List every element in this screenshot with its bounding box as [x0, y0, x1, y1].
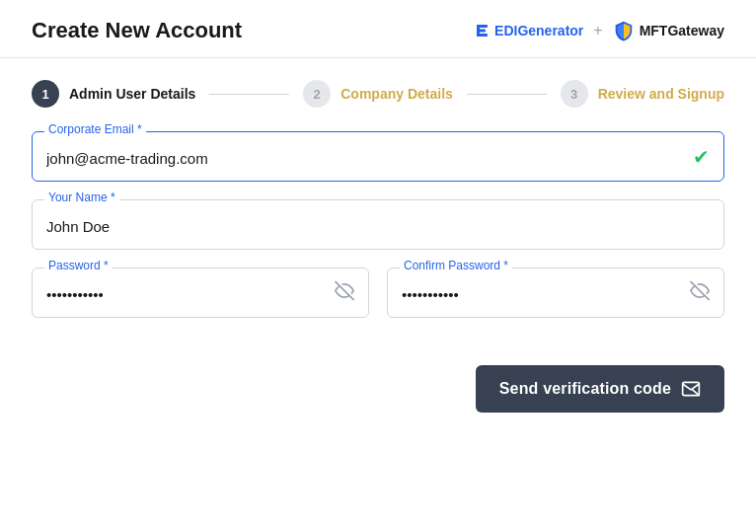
- step-2-circle: 2: [303, 80, 331, 108]
- step-divider-1: [209, 94, 289, 95]
- step-1: 1 Admin User Details: [32, 80, 195, 108]
- password-field-group: Password *: [32, 267, 369, 318]
- confirm-password-label: Confirm Password *: [400, 259, 512, 272]
- confirm-password-input[interactable]: [388, 268, 723, 317]
- password-row: Password * Confirm Password *: [32, 267, 724, 336]
- stepper: 1 Admin User Details 2 Company Details 3…: [0, 58, 756, 125]
- edi-logo-icon: [476, 23, 491, 38]
- brand-area: EDIGenerator + MFTGateway: [476, 20, 724, 41]
- step-1-label: Admin User Details: [69, 86, 195, 102]
- password-input[interactable]: [33, 268, 368, 317]
- mft-shield-icon: [613, 20, 635, 41]
- send-btn-label: Send verification code: [499, 380, 671, 398]
- step-2-label: Company Details: [340, 86, 453, 102]
- brand-separator: +: [593, 22, 602, 39]
- confirm-password-eye-icon[interactable]: [690, 280, 710, 305]
- mft-brand: MFTGateway: [613, 20, 724, 41]
- email-input[interactable]: [33, 132, 723, 181]
- page-header: Create New Account EDIGenerator + MFTGat…: [0, 0, 756, 58]
- email-field-group: Corporate Email * ✔: [32, 131, 724, 182]
- step-3: 3 Review and Signup: [561, 80, 724, 108]
- name-input[interactable]: [33, 200, 723, 249]
- name-field-group: Your Name *: [32, 199, 724, 250]
- svg-rect-3: [477, 34, 488, 37]
- actions-area: Send verification code: [0, 355, 756, 432]
- edi-brand-label: EDIGenerator: [494, 23, 583, 38]
- confirm-password-field-group: Confirm Password *: [387, 267, 724, 318]
- email-check-icon: ✔: [693, 145, 710, 169]
- svg-rect-1: [477, 25, 488, 28]
- send-btn-icon: [681, 379, 701, 399]
- step-3-label: Review and Signup: [598, 86, 724, 102]
- password-eye-icon[interactable]: [335, 280, 354, 305]
- password-label: Password *: [44, 259, 113, 272]
- send-verification-button[interactable]: Send verification code: [476, 365, 724, 413]
- email-label: Corporate Email *: [44, 122, 146, 136]
- step-2: 2 Company Details: [303, 80, 453, 108]
- page-title: Create New Account: [32, 18, 242, 43]
- mft-brand-label: MFTGateway: [640, 23, 724, 38]
- step-1-circle: 1: [32, 80, 59, 108]
- svg-rect-2: [477, 30, 486, 33]
- form-area: Corporate Email * ✔ Your Name * Password…: [0, 125, 756, 355]
- svg-line-7: [693, 390, 700, 396]
- step-3-circle: 3: [561, 80, 588, 108]
- edi-brand: EDIGenerator: [476, 23, 583, 38]
- name-label: Your Name *: [44, 190, 119, 204]
- step-divider-2: [467, 94, 547, 95]
